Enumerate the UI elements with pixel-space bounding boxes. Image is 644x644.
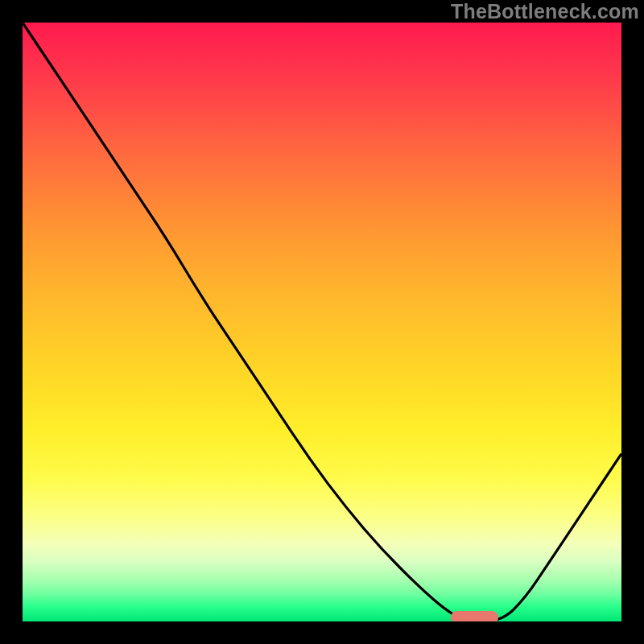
plot-area	[23, 23, 621, 621]
watermark-text: TheBottleneck.com	[451, 0, 639, 23]
curve-layer	[23, 23, 621, 621]
chart-frame: TheBottleneck.com	[0, 0, 644, 644]
optimal-range-marker	[451, 611, 499, 621]
bottleneck-curve	[23, 23, 621, 621]
